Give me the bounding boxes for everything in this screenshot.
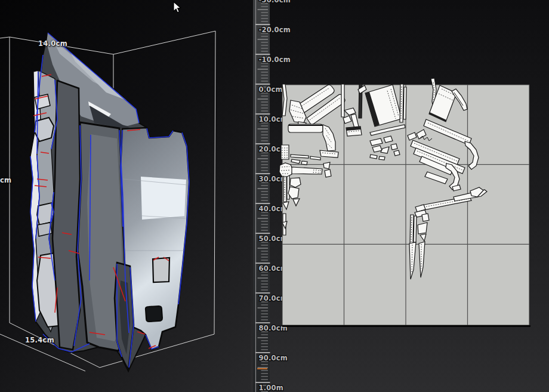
- 3d-model-mesh[interactable]: [30, 33, 189, 371]
- ruler-label: -10.0cm: [259, 55, 291, 64]
- 2d-pattern-panel[interactable]: -30.0cm-20.0cm-10.0cm0.0cm10.0cm20.0cm30…: [251, 0, 549, 392]
- ruler-label: 1.00m: [259, 384, 283, 392]
- ruler-label: 90.0cm: [259, 354, 288, 362]
- pattern-viewport[interactable]: -30.0cm-20.0cm-10.0cm0.0cm10.0cm20.0cm30…: [251, 0, 549, 392]
- mouse-cursor-icon: [174, 2, 181, 13]
- ruler-label: -30.0cm: [259, 0, 291, 4]
- 3d-viewport[interactable]: [0, 0, 251, 392]
- page-grid: [282, 85, 531, 326]
- ruler-label: 0.0cm: [259, 85, 283, 94]
- ruler-label: -20.0cm: [259, 26, 291, 34]
- 3d-view-panel[interactable]: 14.0cm cm 15.4cm: [0, 0, 251, 392]
- unfold-app-window: 14.0cm cm 15.4cm -30.0cm-20.0cm-10.0cm0.…: [0, 0, 549, 392]
